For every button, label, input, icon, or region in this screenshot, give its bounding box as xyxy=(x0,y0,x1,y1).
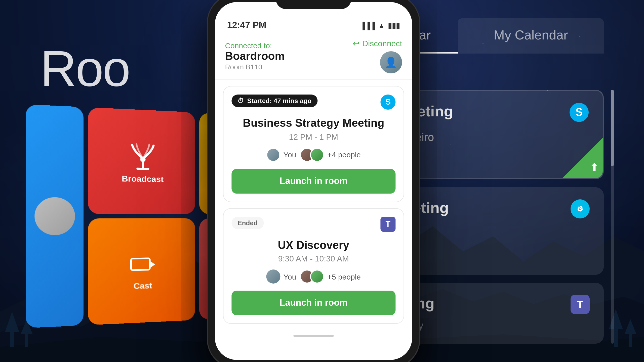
scroll-thumb xyxy=(611,90,614,166)
attendee-stack-1 xyxy=(300,148,324,162)
disconnect-button[interactable]: ↩ Disconnect xyxy=(353,39,402,48)
signal-bars: ▐▐▐ xyxy=(360,21,375,29)
meeting-badge-started: ⏱ Started: 47 mins ago xyxy=(231,95,317,107)
room-number: Room B110 xyxy=(225,63,285,71)
started-label: Started: 47 mins ago xyxy=(247,97,311,105)
phone-mockup: 12:47 PM ▐▐▐ ▲ ▮▮▮ Connected to: Boardro… xyxy=(208,0,419,362)
home-indicator xyxy=(215,330,412,342)
phone-header: Connected to: Boardroom Room B110 ↩ Disc… xyxy=(215,35,412,80)
attendee-you-2: You xyxy=(266,269,296,284)
wifi-icon: ▲ xyxy=(378,21,385,29)
others-count-1: +4 people xyxy=(327,150,361,159)
attendees-row-2: You +5 people xyxy=(231,269,395,284)
meeting-card-2: Ended T UX Discovery 9:30 AM - 10:30 AM … xyxy=(223,208,404,324)
now-corner[interactable]: ⬆ xyxy=(562,138,603,178)
phone-frame: 12:47 PM ▐▐▐ ▲ ▮▮▮ Connected to: Boardro… xyxy=(208,0,419,362)
teams-icon-calendar: T xyxy=(571,295,590,314)
attendee-others-1: +4 people xyxy=(300,148,361,162)
meeting-title-2: UX Discovery xyxy=(231,238,395,252)
meeting-time-2: 9:30 AM - 10:30 AM xyxy=(231,254,395,263)
connected-to-label: Connected to: xyxy=(225,41,285,50)
room-name: Boardroom xyxy=(225,50,285,63)
tab-my-calendar[interactable]: My Calendar xyxy=(458,18,604,54)
disconnect-arrow: ↩ xyxy=(353,39,359,48)
teams-icon-phone: T xyxy=(380,216,395,232)
you-label-1: You xyxy=(284,150,296,159)
battery-icon: ▮▮▮ xyxy=(388,21,400,29)
phone-screen: 12:47 PM ▐▐▐ ▲ ▮▮▮ Connected to: Boardro… xyxy=(215,2,412,360)
attendee-others-2: +5 people xyxy=(300,269,361,284)
launch-in-room-button-2[interactable]: Launch in room xyxy=(231,291,395,315)
svg-line-10 xyxy=(138,169,148,169)
others-count-2: +5 people xyxy=(327,272,361,281)
tile-avatar[interactable] xyxy=(26,104,84,328)
meeting-title-1: Business Strategy Meeting xyxy=(231,116,395,130)
cast-label: Cast xyxy=(134,281,152,291)
time-display: 12:47 PM xyxy=(227,20,266,31)
meeting-card-1: ⏱ Started: 47 mins ago S Business Strate… xyxy=(223,86,404,202)
scroll-indicator[interactable] xyxy=(611,90,614,344)
attendees-row-1: You +4 people xyxy=(231,148,395,162)
tile-broadcast[interactable]: Broadcast xyxy=(88,107,195,214)
user-avatar: 👤 xyxy=(380,51,402,73)
attendee-stack-2 xyxy=(300,269,324,284)
attendee-you-1: You xyxy=(266,148,296,162)
tile-cast[interactable]: Cast xyxy=(88,218,195,325)
meeting-time-1: 12 PM - 1 PM xyxy=(231,132,395,142)
clock-icon: ⏱ xyxy=(237,97,244,105)
broadcast-label: Broadcast xyxy=(122,174,164,184)
you-label-2: You xyxy=(284,272,296,281)
phone-notch xyxy=(276,0,351,9)
disconnect-label: Disconnect xyxy=(362,39,402,48)
skype-icon: S xyxy=(380,95,395,110)
status-icons: ▐▐▐ ▲ ▮▮▮ xyxy=(360,21,400,29)
webex-icon-calendar: ⚙ xyxy=(571,199,590,218)
svg-rect-14 xyxy=(131,258,150,270)
connected-info: Connected to: Boardroom Room B110 xyxy=(225,41,285,71)
launch-in-room-button-1[interactable]: Launch in room xyxy=(231,169,395,193)
skype-icon-calendar: S xyxy=(570,103,589,122)
ended-label: Ended xyxy=(237,219,257,227)
launch-icon: ⬆ xyxy=(590,161,599,174)
meeting-badge-ended: Ended xyxy=(231,216,263,229)
